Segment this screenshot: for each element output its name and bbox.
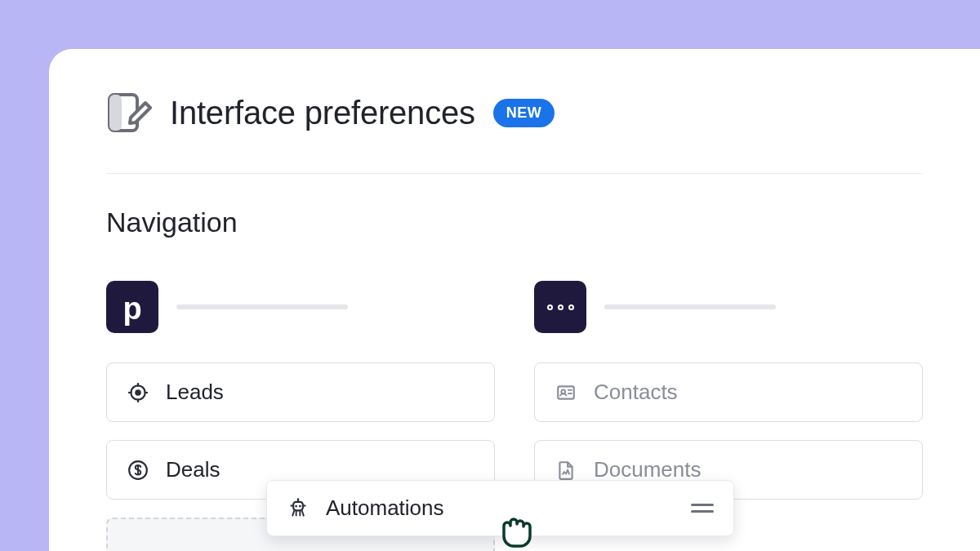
contacts-icon [555, 381, 577, 404]
dollar-icon [127, 459, 149, 482]
primary-column-placeholder-bar [176, 304, 348, 309]
svg-point-15 [299, 504, 301, 507]
secondary-column-placeholder-bar [604, 304, 776, 309]
nav-item-label: Leads [166, 380, 224, 405]
svg-rect-13 [293, 501, 303, 510]
page-title: Interface preferences [170, 95, 475, 131]
svg-rect-1 [109, 95, 122, 131]
more-dots-icon [547, 304, 574, 310]
nav-item-label: Documents [594, 457, 702, 482]
more-menu-tile[interactable] [534, 281, 586, 333]
nav-item-label: Automations [326, 495, 444, 521]
document-icon [555, 459, 577, 482]
nav-item-label: Deals [166, 457, 220, 482]
target-icon [127, 381, 149, 404]
page-header: Interface preferences NEW [106, 91, 923, 134]
brand-logo-tile: p [106, 281, 158, 333]
brand-logo-p-icon: p [122, 293, 141, 324]
edit-page-icon [106, 91, 152, 134]
svg-point-14 [295, 504, 297, 507]
nav-item-leads[interactable]: Leads [106, 362, 495, 422]
drag-handle-icon[interactable] [691, 504, 714, 513]
settings-window: Interface preferences NEW Navigation p [49, 49, 980, 551]
header-divider [106, 173, 923, 174]
svg-rect-9 [558, 386, 574, 398]
secondary-column-header [534, 281, 923, 333]
svg-point-3 [135, 389, 141, 396]
new-badge: NEW [493, 99, 555, 127]
svg-point-17 [297, 498, 299, 500]
automation-icon [287, 497, 310, 520]
nav-item-label: Contacts [594, 380, 678, 405]
nav-item-automations-dragging[interactable]: Automations [266, 480, 734, 536]
primary-column-header: p [106, 281, 495, 333]
section-navigation-title: Navigation [106, 207, 923, 238]
nav-item-contacts[interactable]: Contacts [534, 362, 923, 422]
